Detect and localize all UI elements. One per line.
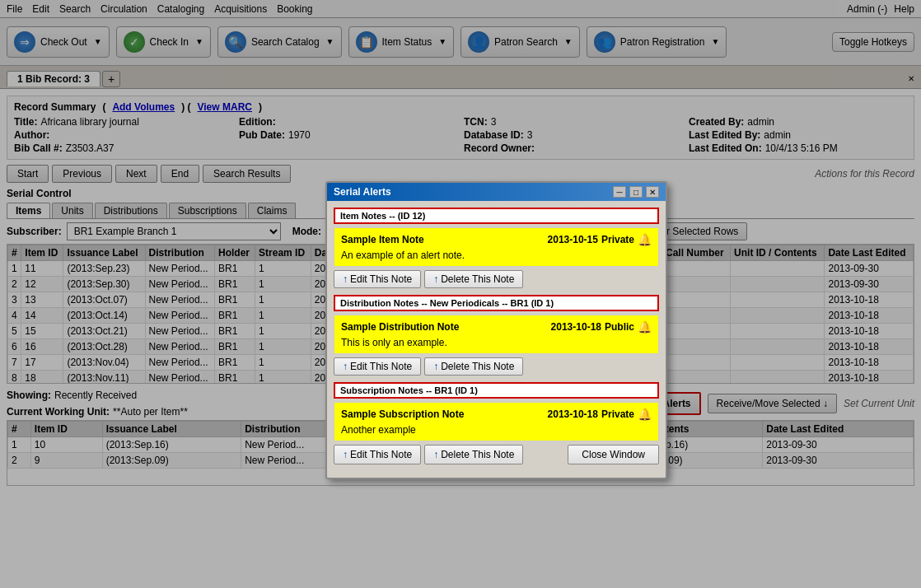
- edit-item-note-icon: ↑: [343, 273, 348, 285]
- edit-dist-note-button[interactable]: ↑ Edit This Note: [334, 357, 421, 376]
- sub-note-title: Sample Subscription Note: [341, 408, 464, 420]
- sub-note-date: 2013-10-18: [548, 408, 598, 420]
- sub-note-visibility: Private: [601, 408, 634, 420]
- item-note-bell-icon: 🔔: [638, 233, 652, 246]
- item-note-title: Sample Item Note: [341, 234, 424, 245]
- item-notes-header: Item Notes -- (ID 12): [334, 208, 659, 224]
- modal-minimize-button[interactable]: ─: [613, 186, 626, 198]
- distribution-notes-header: Distribution Notes -- New Periodicals --…: [334, 295, 659, 311]
- delete-item-note-icon: ↑: [433, 273, 438, 285]
- item-note-text: An example of an alert note.: [341, 250, 652, 261]
- modal-maximize-button[interactable]: □: [629, 186, 643, 198]
- sub-note-buttons: ↑ Edit This Note ↑ Delete This Note Clos…: [334, 445, 659, 464]
- item-note-date: 2013-10-15: [548, 234, 598, 245]
- item-note-buttons: ↑ Edit This Note ↑ Delete This Note: [334, 270, 659, 288]
- modal-title: Serial Alerts: [334, 186, 391, 198]
- close-window-button[interactable]: Close Window: [568, 445, 659, 464]
- edit-sub-note-button[interactable]: ↑ Edit This Note: [334, 445, 421, 464]
- dist-note-buttons: ↑ Edit This Note ↑ Delete This Note: [334, 357, 659, 376]
- delete-item-note-label: Delete This Note: [441, 273, 514, 285]
- sub-note-text: Another example: [341, 424, 652, 436]
- modal-close-button[interactable]: ✕: [646, 186, 659, 198]
- subscription-notes-header: Subscription Notes -- BR1 (ID 1): [334, 382, 659, 399]
- edit-sub-note-icon: ↑: [343, 449, 348, 460]
- delete-dist-note-label: Delete This Note: [441, 361, 514, 372]
- dist-note-bell-icon: 🔔: [638, 320, 652, 334]
- dist-note-visibility: Public: [605, 321, 634, 333]
- item-note-visibility: Private: [601, 234, 634, 245]
- item-note-card: Sample Item Note 2013-10-15 Private 🔔 An…: [334, 227, 659, 267]
- edit-item-note-label: Edit This Note: [350, 273, 412, 285]
- delete-sub-note-icon: ↑: [433, 449, 438, 460]
- delete-item-note-button[interactable]: ↑ Delete This Note: [424, 270, 523, 288]
- serial-alerts-modal: Serial Alerts ─ □ ✕ Item Notes -- (ID 12…: [325, 181, 667, 479]
- dist-note-text: This is only an example.: [341, 337, 652, 348]
- modal-body: Item Notes -- (ID 12) Sample Item Note 2…: [327, 201, 666, 478]
- sub-note-bell-icon: 🔔: [638, 408, 652, 421]
- subscription-note-card: Sample Subscription Note 2013-10-18 Priv…: [334, 402, 659, 441]
- delete-sub-note-label: Delete This Note: [441, 449, 514, 460]
- edit-item-note-button[interactable]: ↑ Edit This Note: [334, 270, 421, 288]
- delete-dist-note-button[interactable]: ↑ Delete This Note: [424, 357, 523, 376]
- dist-note-date: 2013-10-18: [551, 321, 601, 333]
- modal-header-icons: ─ □ ✕: [613, 186, 659, 198]
- distribution-note-card: Sample Distribution Note 2013-10-18 Publ…: [334, 315, 659, 354]
- delete-dist-note-icon: ↑: [433, 361, 438, 372]
- edit-dist-note-label: Edit This Note: [350, 361, 412, 372]
- edit-dist-note-icon: ↑: [343, 361, 348, 372]
- modal-header: Serial Alerts ─ □ ✕: [327, 183, 666, 201]
- edit-sub-note-label: Edit This Note: [350, 449, 412, 460]
- delete-sub-note-button[interactable]: ↑ Delete This Note: [424, 445, 523, 464]
- dist-note-title: Sample Distribution Note: [341, 321, 459, 333]
